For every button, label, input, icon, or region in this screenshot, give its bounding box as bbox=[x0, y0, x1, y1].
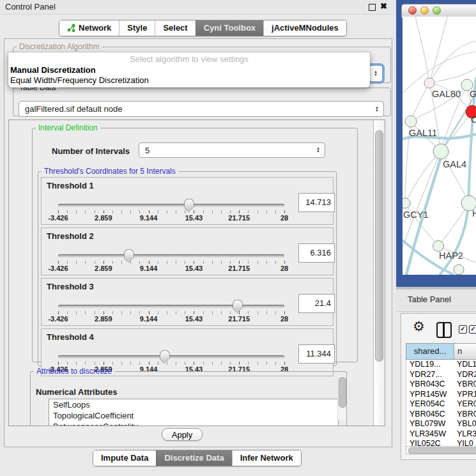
table-cell[interactable]: YPR145W bbox=[406, 390, 455, 400]
control-panel-header bbox=[0, 0, 396, 15]
network-node[interactable] bbox=[433, 241, 444, 252]
close-traffic-light-icon[interactable] bbox=[408, 6, 417, 15]
table-cell[interactable]: YBR0 bbox=[455, 410, 476, 420]
threshold-value-field[interactable]: 11.344 bbox=[298, 344, 335, 364]
table-cell[interactable]: YBR045C bbox=[406, 410, 455, 420]
spinner-arrows-icon[interactable]: ▲▼ bbox=[316, 147, 320, 153]
tick-label: 15.43 bbox=[185, 315, 203, 323]
network-node[interactable] bbox=[433, 144, 449, 159]
list-item[interactable]: TopologicalCoefficient bbox=[49, 410, 338, 421]
threshold-value-field[interactable]: 21.4 bbox=[298, 294, 335, 313]
bottom-tab-bar: Impute Data Discretize Data Infer Networ… bbox=[93, 450, 302, 466]
table-cell[interactable]: YER054C bbox=[406, 399, 455, 410]
spinner-arrows-icon[interactable]: ▲▼ bbox=[375, 106, 379, 112]
network-node[interactable] bbox=[454, 265, 464, 275]
tick-label: -3.426 bbox=[48, 315, 68, 323]
network-node[interactable] bbox=[405, 116, 417, 127]
app-window: Control Panel ✖ Network Style Select Cyn… bbox=[0, 0, 476, 476]
tab-infer-network[interactable]: Infer Network bbox=[232, 450, 301, 466]
tab-style[interactable]: Style bbox=[119, 20, 155, 36]
table-cell[interactable]: YPR1 bbox=[455, 390, 476, 400]
settings-scrollpane: Interval Definition Number of Intervals … bbox=[8, 119, 385, 426]
threshold-slider: -3.4262.8599.14415.4321.71528 bbox=[58, 303, 284, 325]
threshold-panel: Threshold 2 -3.4262.8599.14415.4321.7152… bbox=[41, 227, 334, 275]
tab-jactivemnodules[interactable]: jActiveMNodules bbox=[263, 20, 346, 36]
slider-thumb[interactable] bbox=[124, 249, 134, 258]
group-title: Interval Definition bbox=[36, 123, 100, 132]
table-row[interactable]: YDL19...YDL1 bbox=[406, 360, 476, 370]
zoom-traffic-light-icon[interactable] bbox=[433, 6, 441, 15]
node-label: G bbox=[470, 89, 476, 99]
slider-track[interactable] bbox=[58, 355, 284, 358]
threshold-value-field[interactable]: 14.713 bbox=[298, 193, 335, 212]
table-cell[interactable]: YDL19... bbox=[406, 360, 455, 370]
slider-track[interactable] bbox=[58, 204, 284, 207]
list-item[interactable]: BetweennessCentrality bbox=[49, 421, 338, 426]
tab-impute-data[interactable]: Impute Data bbox=[93, 450, 156, 466]
table-data-combobox[interactable]: galFiltered.sif default node ▲▼ bbox=[19, 101, 384, 117]
table-row[interactable]: YLR345WYLR3 bbox=[406, 429, 476, 440]
slider-track[interactable] bbox=[58, 254, 284, 257]
scrollbar-thumb[interactable] bbox=[339, 377, 346, 408]
table-cell[interactable]: YDR27... bbox=[406, 370, 455, 380]
tab-network[interactable]: Network bbox=[59, 20, 119, 36]
checkbox-icon[interactable]: ✓ bbox=[469, 325, 476, 334]
scrollbar-thumb[interactable] bbox=[408, 447, 476, 454]
table-cell[interactable]: YLR3 bbox=[455, 429, 476, 440]
minimize-traffic-light-icon[interactable] bbox=[420, 6, 429, 15]
dropdown-option[interactable]: Manual Discretization bbox=[8, 65, 370, 75]
slider-track[interactable] bbox=[58, 305, 284, 308]
table-cell[interactable]: YBR0 bbox=[455, 380, 476, 390]
table-cell[interactable]: YDL1 bbox=[455, 360, 476, 370]
scrollbar-thumb[interactable] bbox=[375, 130, 383, 362]
network-node[interactable] bbox=[424, 78, 434, 88]
threshold-value-field[interactable]: 6.316 bbox=[298, 243, 335, 263]
table-row[interactable]: YDR27...YDR2 bbox=[406, 370, 476, 380]
horizontal-scrollbar[interactable] bbox=[406, 446, 476, 454]
tab-cyni-toolbox[interactable]: Cyni Toolbox bbox=[196, 20, 263, 36]
table-row[interactable]: YBR045CYBR0 bbox=[406, 410, 476, 420]
column-header-selected[interactable]: shared... bbox=[406, 344, 454, 359]
num-intervals-combobox[interactable]: 5 ▲▼ bbox=[139, 142, 325, 158]
table-row[interactable]: YBL079WYBL0 bbox=[406, 419, 476, 429]
slider-thumb[interactable] bbox=[233, 300, 243, 309]
table-cell[interactable]: YBL079W bbox=[406, 419, 455, 429]
table-data-group: Table Data galFiltered.sif default node … bbox=[13, 83, 391, 116]
tab-select[interactable]: Select bbox=[155, 20, 195, 36]
close-icon[interactable]: ✖ bbox=[380, 1, 387, 11]
dropdown-option[interactable]: Equal Width/Frequency Discretization bbox=[8, 75, 370, 86]
list-item[interactable]: SelfLoops bbox=[49, 399, 338, 410]
checkbox-icon[interactable]: ✓ bbox=[459, 325, 467, 334]
table-cell[interactable]: YLR345W bbox=[406, 429, 455, 440]
slider-thumb[interactable] bbox=[184, 199, 194, 208]
network-node[interactable] bbox=[403, 198, 410, 208]
apply-button[interactable]: Apply bbox=[162, 428, 203, 441]
tick-label-row: -3.4262.8599.14415.4321.71528 bbox=[58, 265, 284, 273]
spinner-arrows-icon[interactable]: ▲▼ bbox=[374, 70, 378, 77]
tab-discretize-data[interactable]: Discretize Data bbox=[156, 450, 231, 466]
table-cell[interactable]: YBR043C bbox=[406, 380, 455, 390]
vertical-scrollbar[interactable] bbox=[373, 120, 385, 426]
node-label: C bbox=[471, 114, 476, 125]
group-title: Attributes to discretize bbox=[34, 367, 114, 376]
column-header[interactable]: n bbox=[454, 344, 476, 359]
list-scrollbar[interactable] bbox=[337, 376, 346, 420]
tab-label: Select bbox=[163, 23, 187, 33]
network-canvas[interactable]: GAL80 GAL11 GAL4 GCY1 HAP2 H G C bbox=[403, 17, 476, 275]
table-cell[interactable]: YBL0 bbox=[455, 419, 476, 429]
float-window-icon[interactable] bbox=[369, 4, 376, 11]
slider-thumb[interactable] bbox=[160, 350, 170, 359]
node-label: GAL11 bbox=[409, 128, 437, 138]
threshold-label: Threshold 1 bbox=[47, 181, 94, 190]
threshold-panel: Threshold 1 -3.4262.8599.14415.4321.7152… bbox=[41, 177, 334, 225]
table-row[interactable]: YER054CYER0 bbox=[406, 399, 476, 410]
gear-icon[interactable]: ⚙ bbox=[413, 319, 425, 334]
table-rows: YDL19...YDL1YDR27...YDR2YBR043CYBR0YPR14… bbox=[406, 360, 476, 447]
table-cell[interactable]: YER0 bbox=[455, 399, 476, 410]
tab-label: Impute Data bbox=[101, 453, 148, 463]
split-columns-icon[interactable] bbox=[436, 322, 452, 338]
slider-ticks bbox=[58, 311, 285, 314]
table-cell[interactable]: YDR2 bbox=[455, 370, 476, 380]
table-row[interactable]: YPR145WYPR1 bbox=[406, 390, 476, 400]
table-row[interactable]: YBR043CYBR0 bbox=[406, 380, 476, 390]
